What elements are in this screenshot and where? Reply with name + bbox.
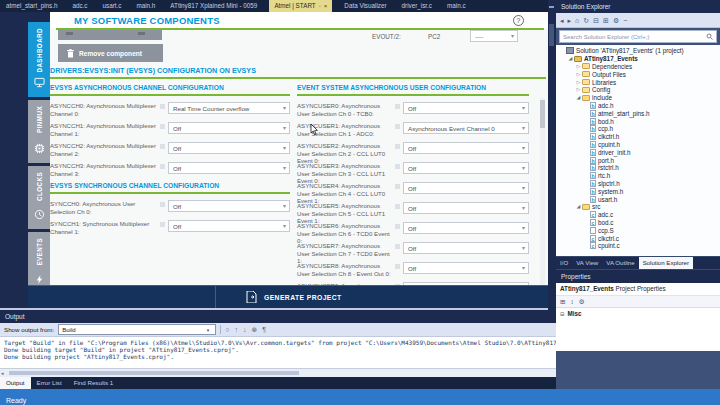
partial-toolbar-button[interactable] — [58, 30, 162, 40]
help-icon[interactable]: ? — [513, 15, 524, 26]
home-icon[interactable]: ⌂ — [575, 14, 579, 27]
config-dropdown[interactable]: Off▾ — [403, 142, 529, 154]
collapse-icon[interactable]: ◢ — [575, 203, 582, 210]
config-dropdown[interactable]: Off▾ — [403, 262, 529, 274]
tree-item-dependencies[interactable]: ▷Dependencies — [556, 63, 720, 71]
tree-item-port-h[interactable]: hport.h — [556, 156, 720, 164]
goto-prev-message-icon[interactable]: ↑ — [234, 324, 238, 336]
config-dropdown[interactable]: Off▾ — [168, 142, 290, 154]
search-input[interactable]: Search Solution Explorer (Ctrl+;) — [559, 30, 717, 43]
remove-component-button[interactable]: Remove component — [58, 44, 163, 62]
evout-dropdown[interactable]: ---- ▾ — [470, 30, 518, 42]
document-tab-adc-c[interactable]: adc.c — [69, 0, 90, 12]
collapse-icon[interactable]: ◢ — [567, 55, 574, 62]
back-icon[interactable]: ◂ — [560, 14, 564, 27]
splitter-grip[interactable] — [549, 6, 554, 8]
sidebar-tab-clocks[interactable]: CLOCKS — [28, 166, 50, 229]
find-icon[interactable]: ○ — [225, 324, 229, 336]
vertical-splitter[interactable] — [548, 0, 556, 310]
config-dropdown[interactable]: Off▾ — [168, 162, 290, 174]
tree-item-solution-attiny817-events-1-project-[interactable]: Solution 'ATtiny817_Events' (1 project) — [556, 47, 720, 55]
document-tab-atmel-start-pins-h[interactable]: atmel_start_pins.h — [3, 0, 60, 12]
tree-item-output-files[interactable]: ▷Output Files — [556, 70, 720, 78]
tree-item-rstctrl-h[interactable]: hrstctrl.h — [556, 164, 720, 172]
document-tab-atmel-start[interactable]: Atmel | START◦× — [269, 0, 332, 12]
tree-item-atmel-start-pins-h[interactable]: hatmel_start_pins.h — [556, 109, 720, 117]
properties-misc-group[interactable]: ⊟Misc — [556, 308, 720, 351]
panel-tab-i-o[interactable]: I/O — [556, 257, 572, 269]
config-dropdown[interactable]: Asynchronous Event Channel 0▾ — [403, 122, 529, 134]
config-dropdown[interactable]: Off▾ — [168, 122, 290, 134]
goto-next-message-icon[interactable]: ↓ — [243, 324, 247, 336]
tree-item-usart-h[interactable]: husart.h — [556, 195, 720, 203]
tree-item-bod-c[interactable]: cbod.c — [556, 219, 720, 227]
document-tab-attiny817-xplained-mini-0059[interactable]: ATtiny817 Xplained Mini - 0059 — [167, 0, 260, 12]
property-pages-icon[interactable]: ⚙ — [579, 298, 585, 306]
tree-item-src[interactable]: ◢src — [556, 203, 720, 211]
collapse-icon[interactable]: ⊟ — [560, 311, 565, 317]
categorized-icon[interactable]: ⊞ — [560, 298, 565, 306]
scrollbar-thumb[interactable] — [549, 24, 554, 46]
scrollbar-thumb[interactable] — [9, 371, 299, 375]
tree-item-clkctrl-c[interactable]: cclkctrl.c — [556, 234, 720, 242]
tree-item-config[interactable]: ▷Config — [556, 86, 720, 94]
config-dropdown[interactable]: Off▾ — [168, 200, 290, 212]
generate-project-button[interactable]: GENERATE PROJECT — [246, 286, 342, 308]
word-wrap-icon[interactable]: ¶ — [262, 324, 266, 336]
sidebar-tab-dashboard[interactable]: DASHBOARD — [28, 22, 50, 97]
expand-icon[interactable]: ▷ — [575, 86, 582, 93]
collapse-all-icon[interactable]: ⊟ — [593, 14, 599, 27]
output-text[interactable]: Target "Build" in file "C:\Program Files… — [0, 337, 556, 372]
pin-icon[interactable]: − — [623, 14, 627, 27]
tree-item-adc-c[interactable]: cadc.c — [556, 211, 720, 219]
tree-item-ccp-s[interactable]: ccp.S — [556, 226, 720, 234]
panel-tab-va-outline[interactable]: VA Outline — [602, 257, 638, 269]
config-dropdown[interactable]: Off▾ — [403, 242, 529, 254]
sidebar-tab-pinmux[interactable]: PINMUX — [28, 100, 50, 163]
config-dropdown[interactable]: Off▾ — [403, 202, 529, 214]
bottom-tab-error-list[interactable]: Error List — [31, 377, 68, 389]
config-dropdown[interactable]: Off▾ — [403, 182, 529, 194]
panel-tab-va-view[interactable]: VA View — [572, 257, 602, 269]
forward-icon[interactable]: ▸ — [568, 14, 572, 27]
document-tab-usart-c[interactable]: usart.c — [100, 0, 125, 12]
config-dropdown[interactable]: Off▾ — [168, 220, 290, 232]
output-horizontal-scrollbar[interactable]: ◂ — [0, 368, 556, 377]
tree-item-clkctrl-h[interactable]: hclkctrl.h — [556, 133, 720, 141]
document-tab-data-visualizer[interactable]: Data Visualizer — [341, 0, 389, 12]
tree-item-libraries[interactable]: ▷Libraries — [556, 78, 720, 86]
expand-icon[interactable]: ▷ — [575, 63, 582, 70]
document-tab-main-c[interactable]: main.c — [444, 0, 469, 12]
tree-item-attiny817-events[interactable]: ◢ATtiny817_Events — [556, 55, 720, 63]
config-dropdown[interactable]: Real Time Counter overflow▾ — [168, 102, 290, 114]
panel-tab-solution-explorer[interactable]: Solution Explorer — [639, 257, 693, 269]
tree-item-system-h[interactable]: hsystem.h — [556, 187, 720, 195]
output-source-dropdown[interactable]: Build ▾ — [58, 324, 216, 335]
config-dropdown[interactable]: Off▾ — [403, 222, 529, 234]
tree-item-ccp-h[interactable]: hccp.h — [556, 125, 720, 133]
expand-icon[interactable]: ▷ — [575, 71, 582, 78]
expand-icon[interactable]: ▷ — [575, 79, 582, 86]
column-scrollbar[interactable] — [540, 98, 545, 286]
tree-item-driver-init-h[interactable]: hdriver_init.h — [556, 148, 720, 156]
tree-item-cpuint-c[interactable]: ccpuint.c — [556, 242, 720, 250]
config-dropdown[interactable]: Off▾ — [403, 162, 529, 174]
pin-icon[interactable]: ◦ — [319, 0, 321, 12]
bottom-tab-find-results-1[interactable]: Find Results 1 — [68, 377, 120, 389]
collapse-icon[interactable]: ◢ — [575, 94, 582, 101]
tree-item-cpuint-h[interactable]: hcpuint.h — [556, 141, 720, 149]
document-tab-driver-isr-c[interactable]: driver_isr.c — [399, 0, 435, 12]
scrollbar-thumb[interactable] — [540, 100, 545, 128]
document-tab-main-h[interactable]: main.h — [133, 0, 158, 12]
show-all-files-icon[interactable]: ⊞ — [603, 14, 609, 27]
clear-all-icon[interactable]: ⊗ — [251, 324, 257, 336]
bottom-tab-output[interactable]: Output — [0, 377, 31, 389]
alphabetical-icon[interactable]: ↕ — [570, 298, 573, 305]
tree-item-bod-h[interactable]: hbod.h — [556, 117, 720, 125]
tree-item-rtc-h[interactable]: hrtc.h — [556, 172, 720, 180]
scroll-left-icon[interactable]: ◂ — [1, 370, 4, 376]
tree-item-include[interactable]: ◢include — [556, 94, 720, 102]
tree-item-adc-h[interactable]: hadc.h — [556, 102, 720, 110]
close-icon[interactable]: × — [324, 0, 328, 12]
tree-item-slpctrl-h[interactable]: hslpctrl.h — [556, 180, 720, 188]
